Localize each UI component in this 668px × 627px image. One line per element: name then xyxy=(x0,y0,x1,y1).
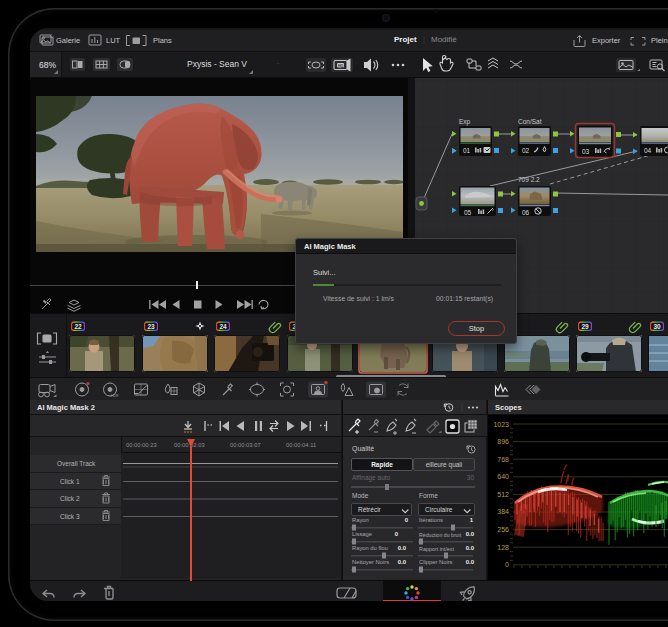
svg-text:06: 06 xyxy=(522,209,530,216)
svg-text:HQ: HQ xyxy=(338,64,344,68)
svg-text:30: 30 xyxy=(653,323,661,330)
svg-text:256: 256 xyxy=(497,526,509,533)
svg-text:29: 29 xyxy=(581,323,589,330)
svg-text:HDR: HDR xyxy=(111,394,119,398)
svg-text:23: 23 xyxy=(147,323,155,330)
svg-text:128: 128 xyxy=(497,544,509,551)
svg-text:05: 05 xyxy=(464,209,472,216)
svg-text:709 2.2: 709 2.2 xyxy=(518,176,540,183)
svg-text:01: 01 xyxy=(463,147,471,154)
svg-text:512: 512 xyxy=(497,491,509,498)
svg-text:640: 640 xyxy=(497,473,509,480)
svg-text:384: 384 xyxy=(497,508,509,515)
svg-text:0: 0 xyxy=(505,561,509,568)
svg-text:04: 04 xyxy=(644,147,652,154)
svg-text:02: 02 xyxy=(522,147,530,154)
svg-text:Exp: Exp xyxy=(459,118,471,126)
svg-text:896: 896 xyxy=(497,438,509,445)
svg-text:03: 03 xyxy=(582,148,590,155)
svg-text:1023: 1023 xyxy=(493,421,509,428)
svg-text:24: 24 xyxy=(219,323,227,330)
svg-text:22: 22 xyxy=(74,323,82,330)
svg-text:768: 768 xyxy=(497,456,509,463)
svg-text:Con/Sat: Con/Sat xyxy=(518,118,542,125)
